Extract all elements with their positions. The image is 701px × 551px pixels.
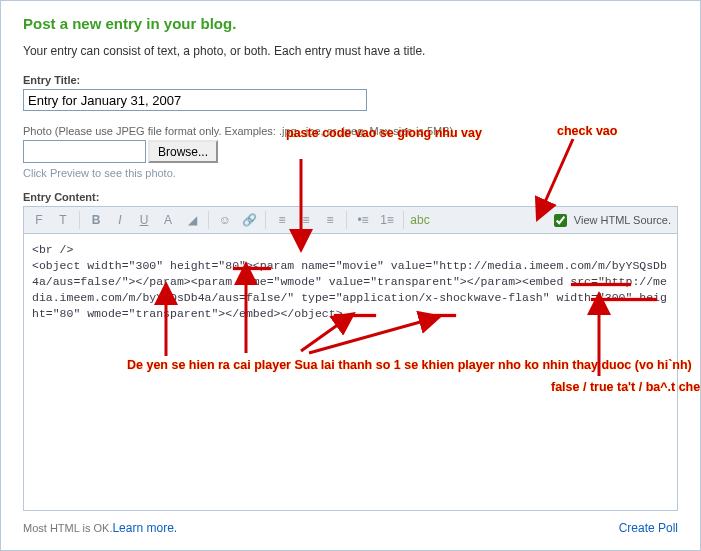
page-subtitle: Your entry can consist of text, a photo,… <box>23 44 678 58</box>
page-title: Post a new entry in your blog. <box>23 15 678 32</box>
underline-icon[interactable]: U <box>135 211 153 229</box>
spellcheck-icon[interactable]: abc <box>411 211 429 229</box>
text-color-icon[interactable]: A <box>159 211 177 229</box>
photo-help-text: Photo (Please use JPEG file format only.… <box>23 125 678 137</box>
font-family-icon[interactable]: F <box>30 211 48 229</box>
list-number-icon[interactable]: 1≡ <box>378 211 396 229</box>
entry-title-input[interactable] <box>23 89 367 111</box>
align-left-icon[interactable]: ≡ <box>273 211 291 229</box>
align-center-icon[interactable]: ≡ <box>297 211 315 229</box>
learn-more-link[interactable]: Learn more. <box>112 521 177 535</box>
create-poll-link[interactable]: Create Poll <box>619 521 678 535</box>
entry-title-label: Entry Title: <box>23 74 678 86</box>
list-bullet-icon[interactable]: •≡ <box>354 211 372 229</box>
browse-button[interactable]: Browse... <box>148 140 218 163</box>
content-editor[interactable]: <br /> <object width="300" height="80"><… <box>23 234 678 511</box>
entry-content-label: Entry Content: <box>23 191 678 203</box>
link-icon[interactable]: 🔗 <box>240 211 258 229</box>
highlight-icon[interactable]: ◢ <box>183 211 201 229</box>
italic-icon[interactable]: I <box>111 211 129 229</box>
view-html-source-checkbox[interactable] <box>554 214 567 227</box>
bold-icon[interactable]: B <box>87 211 105 229</box>
emoji-icon[interactable]: ☺ <box>216 211 234 229</box>
footer-note: Most HTML is OK.Learn more. <box>23 521 177 535</box>
align-right-icon[interactable]: ≡ <box>321 211 339 229</box>
preview-hint: Click Preview to see this photo. <box>23 167 678 179</box>
font-size-icon[interactable]: T <box>54 211 72 229</box>
photo-file-path[interactable] <box>23 140 146 163</box>
view-html-source-label: View HTML Source. <box>574 214 671 226</box>
editor-toolbar: F T B I U A ◢ ☺ 🔗 ≡ ≡ ≡ •≡ 1≡ abc View H… <box>23 206 678 234</box>
